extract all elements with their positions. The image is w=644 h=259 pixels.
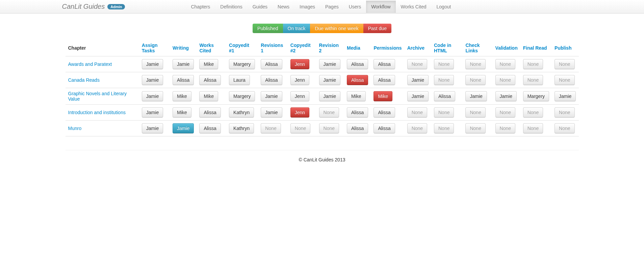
task-button[interactable]: Jenn	[290, 107, 309, 118]
task-button[interactable]: Mike	[173, 91, 191, 101]
column-header-media[interactable]: Media	[347, 45, 360, 51]
task-button: None	[434, 75, 454, 85]
chapter-link[interactable]: Awards and Paratext	[68, 61, 112, 67]
task-button[interactable]: Margery	[229, 59, 255, 69]
task-button[interactable]: Alissa	[373, 59, 395, 69]
chapter-link[interactable]: Munro	[68, 126, 82, 131]
column-header-final-read[interactable]: Final Read	[523, 45, 547, 51]
column-header-copyedit-1[interactable]: Copyedit #1	[229, 43, 249, 53]
task-button: None	[495, 107, 515, 118]
task-button[interactable]: Alissa	[347, 107, 368, 118]
status-legend: PublishedOn trackDue within one weekPast…	[66, 24, 579, 33]
chapter-link[interactable]: Graphic Novels and Literary Value	[68, 91, 127, 102]
nav-item-definitions[interactable]: Definitions	[215, 1, 247, 13]
task-button[interactable]: Mike	[173, 107, 191, 118]
task-button: None	[495, 75, 515, 85]
task-button[interactable]: Jamie	[142, 75, 163, 85]
task-button[interactable]: Jamie	[261, 91, 282, 101]
nav-item-pages[interactable]: Pages	[320, 1, 344, 13]
column-header-archive[interactable]: Archive	[407, 45, 424, 51]
column-header-assign-tasks[interactable]: Assign Tasks	[142, 43, 158, 53]
task-button[interactable]: Jenn	[290, 91, 309, 101]
legend-dueweek: Due within one week	[310, 24, 363, 33]
task-button[interactable]: Alissa	[373, 75, 395, 85]
table-body: Awards and ParatextJamieJamieMikeMargery…	[66, 56, 579, 136]
task-button: None	[465, 107, 485, 118]
task-button[interactable]: Alissa	[434, 91, 455, 101]
nav-item-works-cited[interactable]: Works Cited	[396, 1, 432, 13]
task-button[interactable]: Alissa	[199, 75, 221, 85]
table-header-row: ChapterAssign TasksWritingWorks CitedCop…	[66, 40, 579, 56]
table-row: MunroJamieJamieAlissaKathrynNoneNoneNone…	[66, 121, 579, 136]
chapter-link[interactable]: Canada Reads	[68, 77, 100, 83]
task-button[interactable]: Alissa	[261, 59, 282, 69]
task-button[interactable]: Alissa	[199, 107, 221, 118]
task-button[interactable]: Alissa	[173, 75, 194, 85]
task-button[interactable]: Kathryn	[229, 107, 254, 118]
brand-title: CanLit Guides	[62, 3, 105, 10]
task-button[interactable]: Jamie	[319, 75, 340, 85]
task-button[interactable]: Jamie	[142, 91, 163, 101]
task-button: None	[495, 59, 515, 69]
task-button: None	[555, 123, 574, 133]
task-button[interactable]: Alissa	[347, 75, 368, 85]
column-header-permissions[interactable]: Permissions	[373, 45, 402, 51]
nav-item-users[interactable]: Users	[344, 1, 366, 13]
task-button: None	[465, 123, 485, 133]
column-header-validation[interactable]: Validation	[495, 45, 518, 51]
column-header-check-links[interactable]: Check Links	[465, 43, 480, 53]
column-header-code-in-html[interactable]: Code in HTML	[434, 43, 451, 53]
task-button[interactable]: Jenn	[290, 59, 309, 69]
task-button[interactable]: Alissa	[373, 123, 395, 133]
nav-item-logout[interactable]: Logout	[432, 1, 456, 13]
brand[interactable]: CanLit Guides Admin	[62, 3, 132, 10]
nav-item-news[interactable]: News	[273, 1, 294, 13]
task-button: None	[523, 59, 543, 69]
task-button[interactable]: Jamie	[142, 107, 163, 118]
column-header-works-cited[interactable]: Works Cited	[199, 43, 214, 53]
task-button[interactable]: Jamie	[261, 107, 282, 118]
column-header-writing[interactable]: Writing	[173, 45, 189, 51]
task-button[interactable]: Alissa	[199, 123, 221, 133]
task-button[interactable]: Mike	[347, 91, 366, 101]
task-button[interactable]: Kathryn	[229, 123, 254, 133]
task-button[interactable]: Alissa	[373, 107, 395, 118]
task-button: None	[555, 107, 574, 118]
task-button[interactable]: Mike	[199, 59, 218, 69]
task-button[interactable]: Margery	[229, 91, 255, 101]
column-header-publish[interactable]: Publish	[555, 45, 572, 51]
task-button[interactable]: Mike	[373, 91, 392, 101]
chapter-link[interactable]: Introduction and institutions	[68, 110, 126, 115]
column-header-revision-2[interactable]: Revision 2	[319, 43, 339, 53]
task-button[interactable]: Jamie	[319, 91, 340, 101]
task-button[interactable]: Jamie	[465, 91, 487, 101]
task-button[interactable]: Jamie	[173, 59, 194, 69]
task-button: None	[555, 75, 574, 85]
task-button[interactable]: Jamie	[407, 91, 429, 101]
task-button[interactable]: Alissa	[347, 59, 368, 69]
task-button[interactable]: Margery	[523, 91, 549, 101]
task-button[interactable]: Mike	[199, 91, 218, 101]
column-header-revisions-1[interactable]: Revisions 1	[261, 43, 283, 53]
task-button[interactable]: Jenn	[290, 75, 309, 85]
task-button[interactable]: Jamie	[319, 59, 340, 69]
task-button[interactable]: Jamie	[555, 91, 576, 101]
task-button[interactable]: Laura	[229, 75, 250, 85]
task-button: None	[290, 123, 310, 133]
table-row: Introduction and institutionsJamieMikeAl…	[66, 105, 579, 121]
nav-item-guides[interactable]: Guides	[248, 1, 273, 13]
nav-item-chapters[interactable]: Chapters	[186, 1, 215, 13]
task-button[interactable]: Jamie	[495, 91, 517, 101]
legend-pastdue: Past due	[363, 24, 391, 33]
column-header-copyedit-2[interactable]: Copyedit #2	[290, 43, 311, 53]
task-button[interactable]: Jamie	[142, 59, 163, 69]
divider	[66, 150, 579, 150]
task-button[interactable]: Alissa	[261, 75, 282, 85]
task-button[interactable]: Jamie	[142, 123, 163, 133]
task-button[interactable]: Jamie	[407, 75, 429, 85]
task-button[interactable]: Jamie	[173, 123, 194, 133]
task-button: None	[261, 123, 281, 133]
nav-item-images[interactable]: Images	[294, 1, 320, 13]
task-button[interactable]: Alissa	[347, 123, 368, 133]
nav-item-workflow[interactable]: Workflow	[366, 1, 395, 13]
